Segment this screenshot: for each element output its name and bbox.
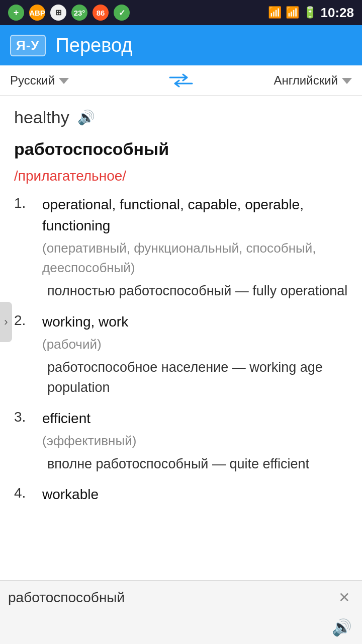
word-sound-button[interactable]: 🔊 [77, 109, 95, 126]
signal-icon: 📶 [286, 6, 299, 19]
def-synonyms-2: working, work [42, 311, 348, 333]
wifi-icon: 📶 [268, 6, 282, 19]
definition-item-2: 2. working, work (рабочий) работоспособн… [14, 311, 348, 398]
def-content-1: operational, functional, capable, operab… [42, 194, 348, 301]
side-handle[interactable]: › [0, 302, 12, 342]
def-number-4: 4. [14, 484, 34, 507]
def-content-2: working, work (рабочий) работоспособное … [42, 311, 348, 398]
def-number-2: 2. [14, 311, 34, 398]
search-input[interactable] [8, 590, 328, 606]
def-synonyms-4: workable [42, 484, 348, 505]
status-icon-2: 86 [93, 5, 109, 21]
def-number-3: 3. [14, 408, 34, 474]
translation-word: работоспособный [14, 139, 348, 159]
weather-icon: 23° [71, 5, 87, 21]
bottom-sound-button[interactable]: 🔊 [332, 618, 352, 637]
lang-from[interactable]: Русский [10, 73, 159, 88]
adblock-icon: ABP [29, 5, 45, 21]
app-header: Я-У Перевод [0, 25, 362, 65]
rss-icon: ⊞ [50, 5, 66, 21]
status-icons-left: + ABP ⊞ 23° 86 ✓ [8, 5, 130, 21]
clear-button[interactable]: ✕ [334, 587, 354, 608]
def-content-4: workable [42, 484, 348, 507]
definition-item-4: 4. workable [14, 484, 348, 507]
check-icon: ✓ [114, 5, 130, 21]
def-synonyms-3: efficient [42, 408, 348, 429]
def-content-3: efficient (эффективный) вполне работоспо… [42, 408, 348, 474]
def-example-3: вполне работоспособный — quite efficient [47, 454, 348, 474]
part-of-speech: /прилагательное/ [14, 168, 348, 184]
def-parens-2: (рабочий) [42, 335, 348, 354]
def-example-1: полностью работоспособный — fully operat… [47, 281, 348, 301]
language-bar: Русский Английский [0, 65, 362, 96]
main-content: healthy 🔊 работоспособный /прилагательно… [0, 96, 362, 527]
definition-item-3: 3. efficient (эффективный) вполне работо… [14, 408, 348, 474]
def-synonyms-1: operational, functional, capable, operab… [42, 194, 348, 236]
def-parens-3: (эффективный) [42, 431, 348, 451]
search-word: healthy [14, 108, 69, 127]
status-icons-right: 📶 📶 🔋 10:28 [268, 5, 354, 21]
app-title: Перевод [56, 35, 133, 56]
lang-to[interactable]: Английский [203, 73, 352, 88]
definition-item-1: 1. operational, functional, capable, ope… [14, 194, 348, 301]
bottom-actions: 🔊 [0, 614, 362, 644]
notification-icon: + [8, 5, 24, 21]
bottom-bar: ✕ 🔊 [0, 580, 362, 644]
search-row: ✕ [0, 581, 362, 614]
definitions-list: 1. operational, functional, capable, ope… [14, 194, 348, 507]
status-bar: + ABP ⊞ 23° 86 ✓ 📶 📶 🔋 10:28 [0, 0, 362, 25]
word-header: healthy 🔊 [14, 108, 348, 127]
app-logo: Я-У [10, 35, 46, 56]
def-number-1: 1. [14, 194, 34, 301]
lang-swap-button[interactable] [169, 73, 193, 88]
battery-icon: 🔋 [303, 6, 317, 19]
def-parens-1: (оперативный, функциональный, способный,… [42, 238, 348, 278]
def-example-2: работоспособное население — working age … [47, 357, 348, 398]
clock: 10:28 [321, 5, 354, 21]
